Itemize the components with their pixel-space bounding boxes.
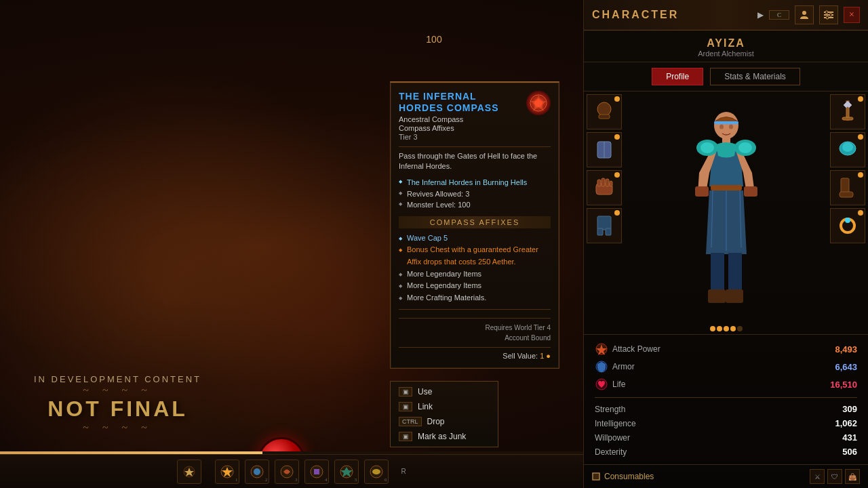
attack-label: Attack Power	[612, 344, 660, 354]
svg-rect-31	[726, 289, 743, 303]
character-model	[625, 92, 827, 322]
item-footer: Requires World Tier 4 Account Bound Sell…	[399, 309, 551, 360]
tab-stats-materials[interactable]: Stats & Materials	[710, 68, 800, 85]
stat-row-willpower: Willpower 431	[595, 430, 857, 445]
consumables-icons: ⚔ 🛡 👜	[810, 469, 860, 484]
svg-rect-28	[711, 253, 724, 293]
equip-slot-ring[interactable]	[830, 208, 865, 243]
character-icon-btn[interactable]	[795, 5, 814, 24]
svg-point-9	[826, 16, 829, 19]
stat-dot-1	[710, 326, 715, 331]
life-icon	[595, 378, 608, 391]
context-link[interactable]: ▣ Link	[391, 399, 498, 414]
skill-slot-2[interactable]: 2	[245, 460, 269, 484]
affix-1: Bonus Chest with a guaranteed Greater Af…	[399, 244, 551, 268]
equip-slot-pants[interactable]	[587, 208, 622, 243]
svg-point-45	[845, 218, 850, 223]
armor-icon	[595, 360, 608, 373]
equip-slot-weapon-right[interactable]	[830, 94, 865, 129]
consumables-title: Consumables	[592, 472, 654, 481]
stat-row-intelligence: Intelligence 1,062	[595, 416, 857, 430]
stat-dot-2	[717, 326, 722, 331]
settings-icon-btn[interactable]	[819, 5, 838, 24]
life-label: Life	[612, 380, 625, 389]
close-button[interactable]: ×	[844, 7, 860, 23]
context-junk[interactable]: ▣ Mark as Junk	[391, 429, 498, 444]
attack-value: 8,493	[835, 344, 857, 354]
life-value: 16,510	[830, 380, 857, 390]
equip-slot-shoulder[interactable]	[830, 132, 865, 167]
stat-row-attack: Attack Power 8,493	[595, 340, 857, 358]
consumables-area: Consumables ⚔ 🛡 👜	[584, 464, 868, 488]
svg-rect-17	[606, 179, 609, 186]
affix-2: More Legendary Items	[399, 268, 551, 281]
context-use[interactable]: ▣ Use	[391, 384, 498, 399]
svg-rect-16	[601, 178, 605, 186]
dev-watermark: IN DEVELOPMENT CONTENT ~ ~ ~ ~ NOT FINAL…	[34, 374, 201, 434]
xp-bar	[0, 451, 262, 454]
svg-rect-23	[714, 121, 738, 124]
intelligence-label: Intelligence	[595, 419, 636, 428]
strength-value: 309	[842, 404, 857, 414]
svg-point-35	[701, 142, 714, 153]
equip-slot-gloves[interactable]	[587, 170, 622, 205]
armor-label: Armor	[612, 362, 635, 371]
stat-dots-row	[584, 322, 868, 334]
context-menu: ▣ Use ▣ Link CTRL Drop ▣ Mark as Junk	[390, 381, 498, 447]
character-class: Ardent Alchemist	[584, 49, 868, 58]
character-model-inner	[672, 98, 781, 315]
consumables-header: Consumables ⚔ 🛡 👜	[592, 469, 860, 484]
equip-slot-boots[interactable]	[830, 170, 865, 205]
svg-rect-30	[708, 289, 726, 303]
consumables-weapons-filter[interactable]: ⚔	[810, 469, 825, 484]
legendary-indicator	[858, 210, 863, 216]
legendary-indicator	[614, 210, 620, 216]
svg-point-58	[254, 468, 260, 475]
equipment-area	[584, 92, 868, 322]
skill-slot-4[interactable]: 4	[304, 460, 329, 484]
willpower-label: Willpower	[595, 433, 630, 443]
skill-slot-5[interactable]: 5	[334, 460, 359, 484]
skill-slot-6[interactable]: 6	[364, 460, 389, 484]
character-panel: CHARACTER ▶ C ×	[583, 0, 868, 488]
equip-col-left	[584, 92, 625, 322]
svg-point-7	[825, 11, 828, 14]
stat-row-strength: Strength 309	[595, 402, 857, 416]
svg-rect-29	[728, 253, 742, 293]
skill-slot-1[interactable]: 1	[215, 460, 239, 484]
attack-icon	[595, 342, 608, 356]
svg-point-36	[719, 125, 724, 129]
panel-header: CHARACTER ▶ C ×	[584, 0, 868, 30]
svg-rect-19	[597, 216, 611, 230]
svg-rect-25	[711, 185, 742, 190]
item-description: Pass through the Gates of Hell to face t…	[399, 151, 551, 172]
strength-label: Strength	[595, 405, 625, 414]
equip-slot-chest[interactable]	[587, 132, 622, 167]
stat-row-armor: Armor 6,643	[595, 358, 857, 375]
svg-rect-27	[744, 186, 757, 197]
context-drop[interactable]: CTRL Drop	[391, 414, 498, 429]
dev-watermark-decor: ~ ~ ~ ~	[34, 384, 201, 396]
legendary-indicator	[614, 172, 620, 178]
character-info: AYIZA Ardent Alchemist	[584, 30, 868, 62]
keybind-r: R	[401, 468, 406, 475]
character-name: AYIZA	[584, 37, 868, 49]
equip-slot-helm[interactable]	[587, 94, 622, 129]
svg-rect-42	[841, 178, 849, 193]
dexterity-value: 506	[842, 447, 857, 457]
item-tier: Tier 3	[399, 133, 551, 141]
consumables-shield-filter[interactable]: 🛡	[827, 469, 842, 484]
legendary-indicator	[614, 134, 620, 140]
sell-value: Sell Value: 1 ●	[399, 352, 551, 360]
skill-slot-3[interactable]: 3	[275, 460, 299, 484]
svg-rect-39	[842, 117, 853, 120]
compass-affixes-header: COMPASS AFFIXES	[399, 216, 551, 228]
skill-slot-menu1[interactable]	[177, 460, 201, 484]
item-bullet-2: Monster Level: 100	[399, 199, 551, 211]
svg-point-10	[597, 102, 611, 116]
svg-point-8	[829, 14, 832, 16]
consumables-bag-filter[interactable]: 👜	[845, 469, 860, 484]
panel-title: CHARACTER	[592, 9, 679, 21]
tab-profile[interactable]: Profile	[652, 68, 703, 85]
svg-rect-26	[695, 186, 709, 197]
